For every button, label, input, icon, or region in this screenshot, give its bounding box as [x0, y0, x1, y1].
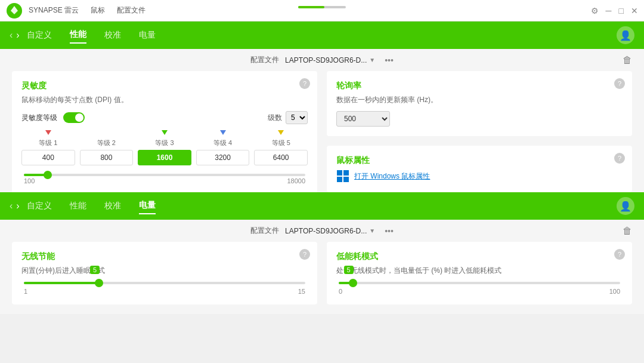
content-area-1: 灵敏度 鼠标移动的每英寸点数 (DPI) 值。 ? 灵敏度等级 级数 54321…: [0, 71, 644, 192]
low-power-max: 100: [609, 288, 620, 295]
config-dots-2[interactable]: •••: [385, 226, 394, 236]
poll-rate-select[interactable]: 5001000250125: [336, 111, 390, 127]
power-section: ‹ › 自定义 性能 校准 电量 👤 配置文件 LAPTOP-SD9JOGR6-…: [0, 192, 644, 363]
dpi-label-1: 等级 1: [39, 139, 57, 147]
dpi-level-5: 等级 5: [254, 130, 308, 165]
low-power-slider[interactable]: 5 0 100: [336, 282, 623, 295]
low-power-slider-thumb[interactable]: 5: [349, 279, 357, 287]
dpi-level-3: 等级 3: [138, 130, 191, 165]
dpi-indicator-1: [45, 130, 51, 135]
mouse-props-title: 鼠标属性: [336, 155, 623, 166]
wireless-slider-thumb[interactable]: 5: [95, 279, 103, 287]
dpi-min-label: 100: [24, 177, 35, 184]
poll-rate-help[interactable]: ?: [614, 78, 625, 89]
maximize-button[interactable]: □: [619, 6, 624, 16]
wireless-help[interactable]: ?: [299, 249, 310, 260]
dpi-label-5: 等级 5: [272, 139, 290, 147]
app-name: SYNAPSE 雷云: [29, 5, 79, 16]
poll-rate-card: 轮询率 数据在一秒内的更新频率 (Hz)。 ? 5001000250125: [327, 71, 632, 136]
mouse-props-card: 鼠标属性 ? 打开 Windows 鼠标属性: [327, 146, 632, 192]
dpi-slider[interactable]: 100 18000: [21, 174, 308, 184]
progress-bar: [298, 6, 346, 8]
sensitivity-toggle[interactable]: [63, 112, 85, 123]
nav-bar-1: ‹ › 自定义 性能 校准 电量 👤: [0, 21, 644, 49]
dpi-slider-thumb[interactable]: [44, 171, 52, 179]
sensitivity-title: 灵敏度: [21, 81, 308, 91]
dpi-input-3[interactable]: [138, 150, 191, 165]
dpi-input-2[interactable]: [80, 150, 134, 165]
wireless-slider[interactable]: 5 1 15: [21, 282, 308, 295]
user-avatar-2[interactable]: 👤: [617, 197, 634, 215]
svg-rect-4: [343, 177, 349, 182]
nav-arrows-1: ‹ ›: [10, 30, 20, 40]
low-power-value: 5: [344, 266, 354, 274]
dpi-level-4: 等级 4: [196, 130, 250, 165]
nav-power-1[interactable]: 电量: [139, 27, 156, 43]
windows-link-text[interactable]: 打开 Windows 鼠标属性: [354, 171, 430, 182]
nav-back-1[interactable]: ‹: [10, 30, 13, 40]
progress-fill: [298, 6, 324, 8]
trash-icon-1[interactable]: 🗑: [623, 55, 632, 66]
nav-arrows-2: ‹ ›: [10, 201, 20, 211]
nav-back-2[interactable]: ‹: [10, 201, 13, 211]
performance-section: ‹ › 自定义 性能 校准 电量 👤 配置文件 LAPTOP-SD9JOGR6-…: [0, 21, 644, 192]
low-power-title: 低能耗模式: [336, 251, 623, 262]
nav-customize-1[interactable]: 自定义: [27, 27, 52, 43]
config-dots-1[interactable]: •••: [385, 56, 394, 65]
nav-profile[interactable]: 配置文件: [117, 5, 145, 16]
low-power-slider-track: 5: [339, 282, 620, 284]
wireless-slider-track: 5: [24, 282, 305, 284]
mouse-props-help[interactable]: ?: [614, 153, 625, 164]
nav-items-1: 自定义 性能 校准 电量: [27, 27, 617, 44]
trash-icon-2[interactable]: 🗑: [623, 226, 632, 236]
config-value-2[interactable]: LAPTOP-SD9JOGR6-D... ▼: [285, 227, 375, 235]
nav-calibrate-1[interactable]: 校准: [104, 27, 121, 43]
wireless-value: 5: [90, 266, 100, 274]
low-power-help[interactable]: ?: [614, 249, 625, 260]
minimize-button[interactable]: ─: [606, 6, 612, 16]
level-dropdown[interactable]: 54321: [286, 111, 308, 124]
poll-rate-desc: 数据在一秒内的更新频率 (Hz)。: [336, 95, 623, 105]
sensitivity-help[interactable]: ?: [299, 78, 310, 89]
wireless-slider-labels: 1 15: [24, 288, 305, 295]
level-select: 级数 54321: [268, 111, 308, 124]
right-column-1: 轮询率 数据在一秒内的更新频率 (Hz)。 ? 5001000250125 鼠标…: [327, 71, 632, 192]
config-chevron-2: ▼: [369, 227, 375, 234]
dpi-max-label: 18000: [287, 177, 305, 184]
nav-forward-1[interactable]: ›: [16, 30, 19, 40]
settings-icon[interactable]: ⚙: [591, 6, 599, 16]
wireless-title: 无线节能: [21, 251, 308, 262]
dpi-input-1[interactable]: [21, 150, 75, 165]
level-label: 级数: [268, 113, 282, 123]
dpi-slider-track: [24, 174, 305, 176]
user-avatar-1[interactable]: 👤: [617, 26, 634, 44]
wireless-max: 15: [298, 288, 305, 295]
nav-mouse[interactable]: 鼠标: [91, 5, 105, 16]
windows-mouse-link[interactable]: 打开 Windows 鼠标属性: [336, 170, 623, 183]
dpi-level-1: 等级 1: [21, 130, 75, 165]
windows-icon: [336, 170, 349, 183]
svg-rect-1: [337, 170, 342, 176]
nav-performance-2[interactable]: 性能: [70, 198, 86, 214]
sensitivity-desc: 鼠标移动的每英寸点数 (DPI) 值。: [21, 95, 308, 105]
nav-items-2: 自定义 性能 校准 电量: [27, 198, 617, 214]
poll-rate-title: 轮询率: [336, 81, 623, 91]
nav-customize-2[interactable]: 自定义: [27, 198, 52, 214]
close-button[interactable]: ✕: [631, 6, 638, 16]
dpi-label-2: 等级 2: [97, 139, 116, 147]
dpi-input-4[interactable]: [196, 150, 250, 165]
nav-forward-2[interactable]: ›: [16, 201, 19, 211]
svg-rect-2: [343, 170, 349, 176]
nav-performance-1[interactable]: 性能: [70, 27, 86, 44]
nav-calibrate-2[interactable]: 校准: [104, 198, 121, 214]
dpi-label-3: 等级 3: [155, 139, 174, 147]
sensitivity-toggle-row: 灵敏度等级 级数 54321: [21, 111, 308, 124]
wireless-slider-fill: [24, 282, 99, 284]
low-power-card: 低能耗模式 处于无线模式时，当电量低于 (%) 时进入低能耗模式 ? 5 0 1…: [327, 242, 632, 304]
dpi-input-5[interactable]: [254, 150, 308, 165]
low-power-min: 0: [339, 288, 342, 295]
dpi-label-4: 等级 4: [213, 139, 232, 147]
wireless-card: 无线节能 闲置(分钟)后进入睡眠模式 ? 5 1 15: [12, 242, 317, 304]
nav-power-2[interactable]: 电量: [139, 198, 156, 214]
config-value-1[interactable]: LAPTOP-SD9JOGR6-D... ▼: [285, 56, 375, 64]
